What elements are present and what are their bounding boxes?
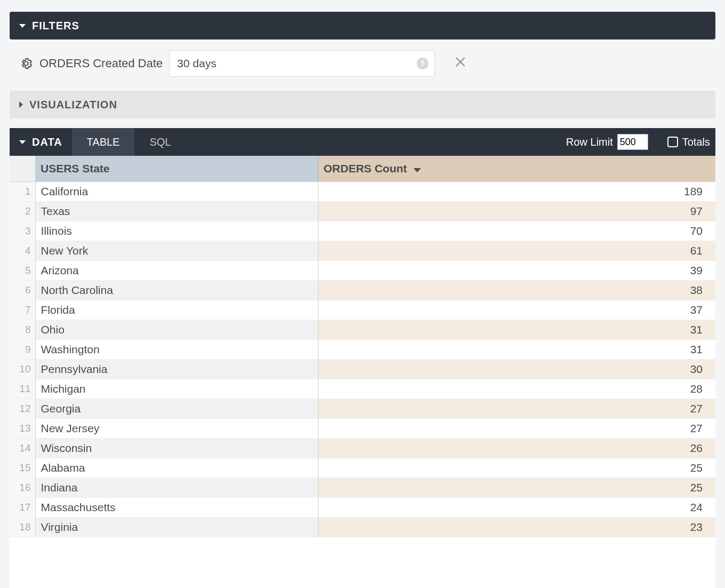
data-title: DATA [32, 136, 62, 148]
data-table-wrap: USERS State ORDERS Count 1California1892… [10, 156, 715, 588]
data-table: USERS State ORDERS Count 1California1892… [10, 156, 715, 537]
cell-state: Alabama [35, 458, 318, 478]
cell-count: 38 [318, 281, 715, 300]
row-index: 5 [10, 261, 35, 281]
table-header-count[interactable]: ORDERS Count [318, 156, 715, 182]
table-row[interactable]: 8Ohio31 [10, 320, 715, 340]
filter-row: ORDERS Created Date ? [10, 39, 715, 91]
cell-count: 26 [318, 439, 715, 458]
table-row[interactable]: 2Texas97 [10, 202, 715, 221]
totals-label: Totals [682, 136, 710, 148]
cell-state: California [35, 182, 318, 202]
tab-sql[interactable]: SQL [134, 128, 186, 156]
cell-count: 25 [318, 458, 715, 478]
row-index: 11 [10, 379, 35, 399]
row-index: 12 [10, 399, 35, 419]
table-row[interactable]: 6North Carolina38 [10, 281, 715, 300]
row-limit-input[interactable] [617, 134, 648, 150]
filter-label: ORDERS Created Date [39, 57, 163, 70]
cell-state: Massachusetts [35, 498, 318, 518]
table-row[interactable]: 1California189 [10, 182, 715, 202]
cell-count: 24 [318, 498, 715, 518]
data-panel-collapse[interactable]: DATA [10, 128, 72, 156]
cell-state: North Carolina [35, 281, 318, 300]
cell-state: Michigan [35, 379, 318, 399]
table-row[interactable]: 11Michigan28 [10, 379, 715, 399]
row-index: 3 [10, 221, 35, 241]
table-row[interactable]: 4New York61 [10, 241, 715, 261]
chevron-down-icon [19, 24, 26, 28]
cell-count: 31 [318, 340, 715, 360]
tab-label: SQL [149, 136, 171, 148]
row-index: 14 [10, 439, 35, 458]
cell-count: 37 [318, 300, 715, 320]
table-header-state[interactable]: USERS State [35, 156, 318, 182]
table-row[interactable]: 5Arizona39 [10, 261, 715, 281]
totals-checkbox[interactable] [667, 137, 678, 147]
cell-state: Indiana [35, 478, 318, 498]
cell-count: 61 [318, 241, 715, 261]
table-row[interactable]: 13New Jersey27 [10, 419, 715, 439]
cell-state: Ohio [35, 320, 318, 340]
cell-count: 97 [318, 202, 715, 221]
table-row[interactable]: 12Georgia27 [10, 399, 715, 419]
filters-title: FILTERS [32, 20, 79, 32]
table-row[interactable]: 10Pennsylvania30 [10, 360, 715, 379]
cell-count: 23 [318, 518, 715, 537]
row-index: 10 [10, 360, 35, 379]
cell-count: 31 [318, 320, 715, 340]
row-index: 9 [10, 340, 35, 360]
filters-panel-header[interactable]: FILTERS [10, 12, 715, 39]
cell-state: Wisconsin [35, 439, 318, 458]
cell-count: 25 [318, 478, 715, 498]
row-index: 13 [10, 419, 35, 439]
table-row[interactable]: 16Indiana25 [10, 478, 715, 498]
row-index: 16 [10, 478, 35, 498]
cell-count: 27 [318, 419, 715, 439]
help-icon[interactable]: ? [417, 58, 428, 69]
table-row[interactable]: 9Washington31 [10, 340, 715, 360]
cell-state: Texas [35, 202, 318, 221]
chevron-down-icon [19, 140, 26, 144]
data-panel-header: DATA TABLE SQL Row Limit Totals [10, 128, 715, 156]
table-row[interactable]: 14Wisconsin26 [10, 439, 715, 458]
row-index: 18 [10, 518, 35, 537]
table-header-index [10, 156, 35, 182]
row-index: 7 [10, 300, 35, 320]
cell-count: 30 [318, 360, 715, 379]
filter-value-input[interactable] [169, 50, 435, 77]
cell-count: 189 [318, 182, 715, 202]
clear-filter-icon[interactable] [454, 55, 467, 72]
cell-count: 27 [318, 399, 715, 419]
row-index: 4 [10, 241, 35, 261]
chevron-right-icon [19, 101, 23, 108]
sort-desc-icon [413, 168, 421, 172]
cell-state: Georgia [35, 399, 318, 419]
cell-state: Washington [35, 340, 318, 360]
cell-state: Illinois [35, 221, 318, 241]
table-row[interactable]: 15Alabama25 [10, 458, 715, 478]
row-index: 1 [10, 182, 35, 202]
cell-state: New Jersey [35, 419, 318, 439]
cell-state: Pennsylvania [35, 360, 318, 379]
cell-state: Virginia [35, 518, 318, 537]
row-index: 6 [10, 281, 35, 300]
cell-count: 39 [318, 261, 715, 281]
table-row[interactable]: 3Illinois70 [10, 221, 715, 241]
row-limit-label: Row Limit [566, 136, 613, 148]
tab-label: TABLE [87, 136, 120, 148]
cell-count: 70 [318, 221, 715, 241]
table-row[interactable]: 17Massachusetts24 [10, 498, 715, 518]
row-index: 2 [10, 202, 35, 221]
cell-count: 28 [318, 379, 715, 399]
table-row[interactable]: 7Florida37 [10, 300, 715, 320]
row-index: 17 [10, 498, 35, 518]
visualization-title: VISUALIZATION [29, 99, 117, 111]
tab-table[interactable]: TABLE [72, 128, 135, 156]
visualization-panel-header[interactable]: VISUALIZATION [10, 91, 715, 118]
row-index: 8 [10, 320, 35, 340]
cell-state: New York [35, 241, 318, 261]
gear-icon[interactable] [19, 57, 33, 70]
table-row[interactable]: 18Virginia23 [10, 518, 715, 537]
cell-state: Florida [35, 300, 318, 320]
